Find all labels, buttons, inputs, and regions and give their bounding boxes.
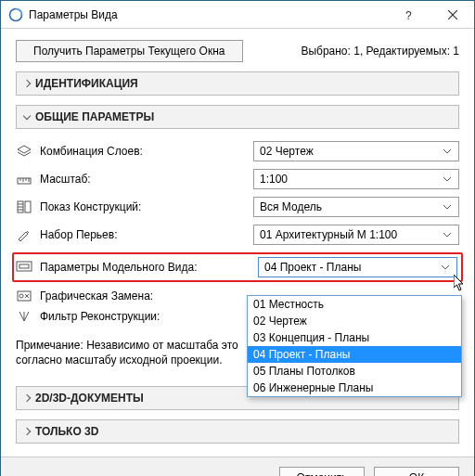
section-identification-title: ИДЕНТИФИКАЦИЯ <box>35 77 138 90</box>
chevron-right-icon <box>23 394 31 402</box>
model-view-select[interactable]: 04 Проект - Планы <box>258 257 457 277</box>
svg-rect-17 <box>19 264 29 268</box>
model-view-value: 04 Проект - Планы <box>264 261 361 274</box>
ok-button[interactable]: ОК <box>374 467 459 476</box>
svg-rect-16 <box>17 262 32 271</box>
layer-combo-select[interactable]: 02 Чертеж <box>253 141 459 161</box>
section-only3d-title: ТОЛЬКО 3D <box>35 425 98 438</box>
pen-set-value: 01 Архитектурный М 1:100 <box>260 228 397 241</box>
renovation-filter-icon <box>16 310 32 323</box>
dropdown-item[interactable]: 02 Чертеж <box>248 313 461 329</box>
model-view-dropdown[interactable]: 01 Местность 02 Чертеж 03 Концепция - Пл… <box>247 295 462 397</box>
dropdown-item[interactable]: 06 Инженерные Планы <box>248 380 461 396</box>
titlebar: Параметры Вида ? <box>1 1 474 29</box>
section-general-title: ОБЩИЕ ПАРАМЕТРЫ <box>35 110 154 123</box>
section-2d3d-title: 2D/3D-ДОКУМЕНТЫ <box>35 392 144 405</box>
chevron-down-icon <box>438 259 453 276</box>
structure-display-label: Показ Конструкций: <box>40 200 246 213</box>
graphic-override-label: Графическая Замена: <box>40 289 246 302</box>
chevron-down-icon <box>440 143 455 160</box>
model-view-icon <box>16 260 32 276</box>
svg-marker-4 <box>18 146 31 153</box>
dropdown-item[interactable]: 03 Концепция - Планы <box>248 329 461 346</box>
structure-display-value: Вся Модель <box>260 200 322 213</box>
chevron-right-icon <box>23 428 31 435</box>
pen-set-select[interactable]: 01 Архитектурный М 1:100 <box>253 225 459 245</box>
dropdown-item-selected[interactable]: 04 Проект - Планы <box>248 346 461 363</box>
dropdown-item[interactable]: 01 Местность <box>248 296 461 313</box>
chevron-down-icon <box>440 199 455 215</box>
pen-set-label: Набор Перьев: <box>40 228 246 241</box>
layer-combo-label: Комбинация Слоев: <box>40 145 246 158</box>
close-button[interactable] <box>431 1 474 29</box>
chevron-down-icon <box>440 171 455 187</box>
dialog-body: Получить Параметры Текущего Окна Выбрано… <box>1 29 474 457</box>
scale-icon <box>16 173 32 186</box>
section-identification[interactable]: ИДЕНТИФИКАЦИЯ <box>16 71 459 96</box>
scale-label: Масштаб: <box>40 173 246 186</box>
get-current-window-button[interactable]: Получить Параметры Текущего Окна <box>16 40 243 62</box>
dialog-footer: Отменить ОК <box>1 457 474 476</box>
model-view-options-row: Параметры Модельного Вида: 04 Проект - П… <box>12 252 463 282</box>
selection-status: Выбрано: 1, Редактируемых: 1 <box>301 45 459 58</box>
chevron-down-icon <box>23 111 31 119</box>
structure-display-select[interactable]: Вся Модель <box>253 197 459 217</box>
scale-value: 1:100 <box>260 173 288 186</box>
structure-display-icon <box>16 200 32 213</box>
dropdown-item[interactable]: 05 Планы Потолков <box>248 363 461 380</box>
section-general[interactable]: ОБЩИЕ ПАРАМЕТРЫ <box>16 105 459 129</box>
chevron-down-icon <box>440 226 455 243</box>
cancel-button[interactable]: Отменить <box>279 467 365 476</box>
svg-rect-14 <box>25 201 31 212</box>
pen-set-icon <box>16 228 32 241</box>
help-button[interactable]: ? <box>389 1 431 29</box>
scale-select[interactable]: 1:100 <box>253 169 459 189</box>
chevron-right-icon <box>23 80 31 87</box>
model-view-label: Параметры Модельного Вида: <box>40 261 250 274</box>
graphic-override-icon <box>16 289 32 302</box>
svg-text:?: ? <box>405 9 412 21</box>
titlebar-title: Параметры Вида <box>29 8 389 21</box>
dialog-window: Параметры Вида ? Получить Параметры Теку… <box>0 0 475 476</box>
layers-icon <box>16 145 32 158</box>
renovation-filter-label: Фильтр Реконструкции: <box>40 310 246 323</box>
svg-point-19 <box>19 294 23 298</box>
app-icon <box>8 7 23 22</box>
layer-combo-value: 02 Чертеж <box>260 145 314 158</box>
section-only-3d[interactable]: ТОЛЬКО 3D <box>16 419 459 444</box>
